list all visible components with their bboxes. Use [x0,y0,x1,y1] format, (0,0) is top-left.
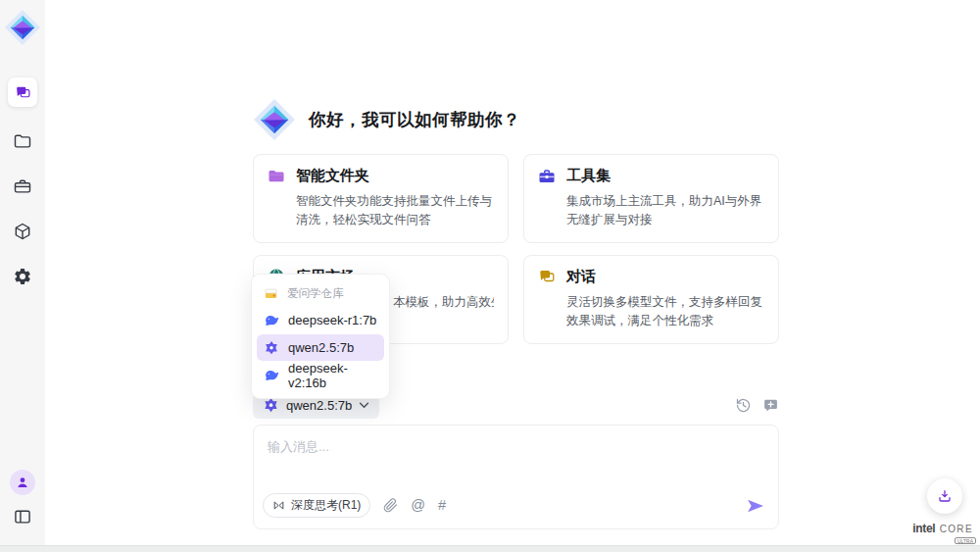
app-window: 你好，我可以如何帮助你？ 智能文件夹 智能文件夹功能支持批量文件上传与清洗，轻松… [0,0,980,552]
deepseek-whale-icon [264,368,279,383]
app-logo-icon[interactable] [4,9,41,46]
folder-icon [13,131,32,151]
purple-folder-icon [268,168,285,185]
message-composer: 深度思考(R1) @ # [253,425,779,529]
message-input[interactable] [254,426,778,482]
send-button[interactable] [746,496,765,516]
deep-think-toggle[interactable]: 深度思考(R1) [263,493,370,518]
card-description: 灵活切换多模型文件，支持多样回复效果调试，满足个性化需求 [566,293,764,331]
panel-toggle-button[interactable] [12,506,33,527]
card-title: 工具集 [566,167,611,185]
model-option-deepseek-v2[interactable]: deepseek-v2:16b [252,362,389,388]
card-toolset[interactable]: 工具集 集成市场上主流工具，助力AI与外界无缝扩展与对接 [523,154,779,243]
intel-core-logo: intel core ultra [904,519,980,544]
gold-chat-icon [538,268,556,285]
intel-ultra-badge: ultra [955,537,976,544]
window-bottom-edge [0,545,980,552]
sidebar-bottom [10,470,35,545]
sidebar-item-chat[interactable] [8,77,37,107]
gear-icon [13,267,32,286]
model-group-header: 爱问学仓库 [252,281,389,306]
panel-toggle-icon [13,507,32,527]
sidebar-item-models[interactable] [12,221,33,242]
card-description-partial: 本模板，助力高效生成多 [393,293,494,312]
card-smart-folder[interactable]: 智能文件夹 智能文件夹功能支持批量文件上传与清洗，轻松实现文件问答 [253,154,509,243]
model-dropdown: 爱问学仓库 deepseek-r1:7b qwen2.5:7b [251,274,390,399]
user-avatar[interactable] [10,470,35,495]
model-option-deepseek-r1[interactable]: deepseek-r1:7b [252,307,389,333]
model-selector-value: qwen2.5:7b [286,398,352,413]
briefcase-icon [13,176,32,196]
download-icon [937,488,953,504]
prompt-hash-button[interactable]: # [438,498,446,513]
sidebar-nav [8,77,37,287]
greeting-title: 你好，我可以如何帮助你？ [309,108,520,131]
deep-think-icon [272,499,285,512]
card-description: 集成市场上主流工具，助力AI与外界无缝扩展与对接 [566,192,764,230]
sidebar-item-settings[interactable] [12,266,33,287]
deepseek-whale-icon [264,313,279,328]
repo-icon [264,286,279,302]
card-description: 智能文件夹功能支持批量文件上传与清洗，轻松实现文件问答 [296,192,494,230]
user-icon [15,475,30,490]
card-chat[interactable]: 对话 灵活切换多模型文件，支持多样回复效果调试，满足个性化需求 [523,255,779,344]
composer-toolbar: 深度思考(R1) @ # [263,493,765,518]
attachment-button[interactable] [383,498,398,513]
qwen-logo-icon [263,397,279,414]
toolbox-icon [538,168,556,185]
qwen-logo-icon [264,340,279,356]
assistant-logo-icon [253,98,296,141]
chat-icon [15,84,31,101]
card-title: 对话 [566,268,596,286]
greeting: 你好，我可以如何帮助你？ [253,98,520,141]
mention-button[interactable]: @ [411,498,425,513]
new-chat-button[interactable] [762,397,779,414]
history-button[interactable] [735,397,752,414]
chevron-down-icon [359,402,369,409]
model-option-qwen[interactable]: qwen2.5:7b [257,334,384,361]
download-button[interactable] [927,478,962,514]
sidebar-item-folders[interactable] [12,130,33,152]
conversation-actions [735,397,779,414]
sidebar [0,0,45,545]
sidebar-item-toolbox[interactable] [12,176,33,197]
card-title: 智能文件夹 [296,167,369,185]
cube-icon [13,222,32,241]
